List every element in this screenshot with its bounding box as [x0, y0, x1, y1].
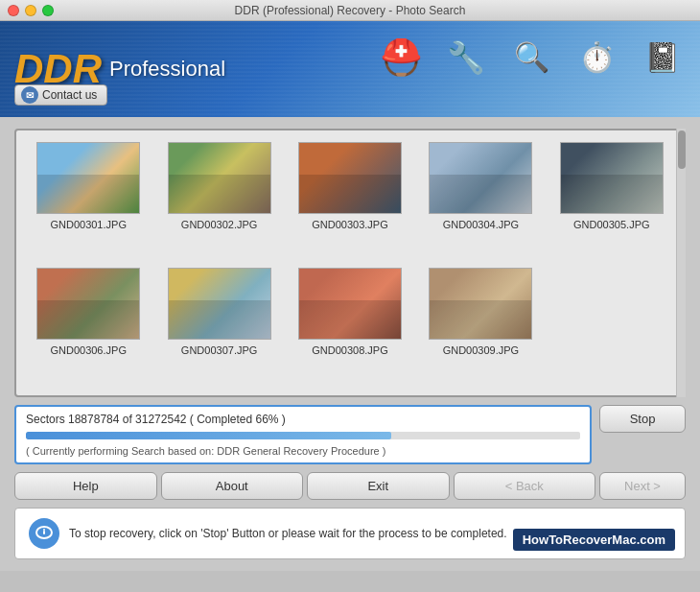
contact-btn-label: Contact us — [42, 88, 97, 102]
photo-item[interactable]: GND00307.JPG — [158, 268, 279, 384]
photo-filename: GND00307.JPG — [181, 344, 257, 356]
photo-item[interactable]: GND00303.JPG — [290, 142, 410, 258]
pliers-icon: 🔧 — [437, 26, 495, 88]
photo-thumbnail — [429, 268, 532, 340]
header-tools: ⛑️ 🔧 🔍 ⏱️ 📓 — [372, 26, 690, 88]
magnifier-icon: 🔍 — [502, 26, 560, 88]
app-header: DDR Professional ✉ Contact us ⛑️ 🔧 🔍 ⏱️ … — [0, 21, 700, 117]
window-controls — [8, 5, 54, 16]
photo-item[interactable]: GND00301.JPG — [28, 142, 149, 258]
svg-rect-2 — [43, 531, 45, 534]
photo-item[interactable]: GND00309.JPG — [420, 268, 541, 384]
progress-bar-container — [26, 432, 580, 439]
photo-grid-wrapper: GND00301.JPGGND00302.JPGGND00303.JPGGND0… — [14, 129, 686, 397]
photo-filename: GND00306.JPG — [50, 344, 126, 356]
photo-thumbnail — [560, 142, 664, 214]
photo-filename: GND00308.JPG — [312, 344, 387, 356]
photo-thumbnail — [36, 142, 140, 214]
minimize-button[interactable] — [25, 5, 36, 16]
app-logo: DDR Professional — [14, 49, 225, 89]
contact-us-button[interactable]: ✉ Contact us — [14, 84, 107, 106]
hard-hat-icon: ⛑️ — [372, 26, 430, 88]
help-button[interactable]: Help — [14, 472, 157, 500]
back-button[interactable]: < Back — [454, 472, 596, 500]
scrollbar-thumb[interactable] — [678, 130, 686, 169]
svg-point-3 — [43, 529, 45, 531]
sector-progress-text: Sectors 18878784 of 31272542 ( Completed… — [26, 413, 580, 426]
window-title: DDR (Professional) Recovery - Photo Sear… — [235, 4, 466, 17]
photo-thumbnail — [168, 268, 271, 340]
exit-button[interactable]: Exit — [307, 472, 450, 500]
stopwatch-icon: ⏱️ — [568, 26, 625, 88]
speech-bubble-svg — [35, 524, 54, 543]
main-content: GND00301.JPGGND00302.JPGGND00303.JPGGND0… — [0, 117, 700, 571]
progress-bar-fill — [26, 432, 391, 439]
photo-filename: GND00305.JPG — [573, 219, 649, 230]
maximize-button[interactable] — [42, 5, 54, 16]
title-bar: DDR (Professional) Recovery - Photo Sear… — [0, 0, 700, 21]
photo-item[interactable]: GND00302.JPG — [158, 142, 279, 258]
photo-item[interactable]: GND00305.JPG — [551, 142, 672, 258]
photo-thumbnail — [36, 268, 140, 340]
contact-icon: ✉ — [21, 86, 38, 104]
stop-button[interactable]: Stop — [599, 405, 686, 433]
watermark: HowToRecoverMac.com — [513, 529, 675, 551]
info-icon — [29, 518, 59, 549]
info-message: To stop recovery, click on 'Stop' Button… — [69, 527, 507, 540]
photo-thumbnail — [298, 142, 402, 214]
progress-section: Sectors 18878784 of 31272542 ( Completed… — [14, 405, 686, 464]
photo-filename: GND00304.JPG — [443, 219, 519, 230]
logo-professional-text: Professional — [109, 57, 225, 82]
photo-thumbnail — [298, 268, 402, 340]
photo-item[interactable]: GND00308.JPG — [290, 268, 410, 384]
grid-scrollbar[interactable] — [676, 129, 686, 397]
photo-item[interactable]: GND00304.JPG — [420, 142, 541, 258]
photo-filename: GND00301.JPG — [50, 219, 126, 230]
info-box: To stop recovery, click on 'Stop' Button… — [14, 508, 686, 559]
progress-box: Sectors 18878784 of 31272542 ( Completed… — [14, 405, 592, 464]
about-button[interactable]: About — [161, 472, 304, 500]
photo-item[interactable]: GND00306.JPG — [28, 268, 149, 384]
close-button[interactable] — [8, 5, 19, 16]
photo-filename: GND00309.JPG — [443, 344, 519, 356]
logo-ddr-text: DDR — [14, 49, 102, 89]
photo-filename: GND00303.JPG — [312, 219, 387, 230]
photo-thumbnail — [168, 142, 271, 214]
photo-thumbnail — [429, 142, 532, 214]
nav-buttons-row: Help About Exit < Back Next > — [14, 472, 686, 500]
procedure-text: ( Currently performing Search based on: … — [26, 445, 580, 457]
next-button[interactable]: Next > — [599, 472, 686, 500]
notebook-icon: 📓 — [633, 26, 690, 88]
photo-filename: GND00302.JPG — [181, 219, 257, 230]
photo-grid: GND00301.JPGGND00302.JPGGND00303.JPGGND0… — [14, 129, 686, 397]
